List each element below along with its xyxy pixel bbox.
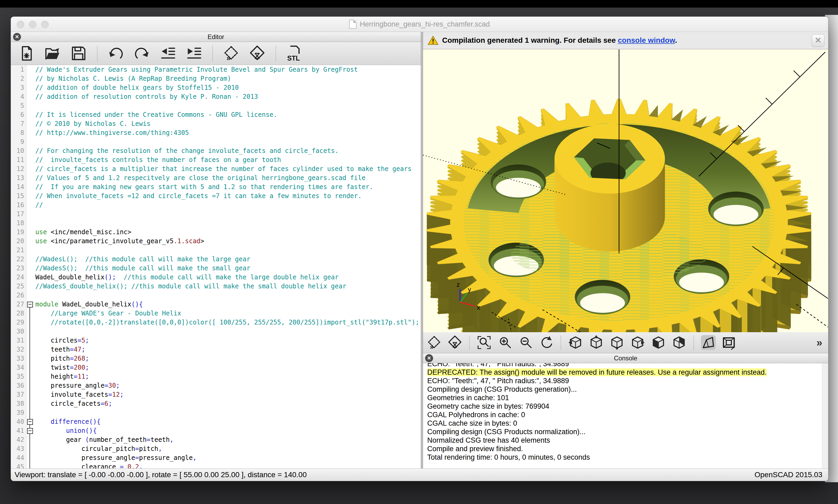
code-line[interactable]: 7// © 2010 by Nicholas C. Lewis [11,119,421,128]
reset-view-button[interactable] [539,335,554,350]
code-editor[interactable]: 1// Wade's Extruder Gears using Parametr… [11,65,421,468]
code-line[interactable]: 26 [11,291,421,300]
3d-viewport[interactable]: zyx [423,49,828,332]
code-line[interactable]: 12// circle_facets is a multiplier that … [11,164,421,174]
line-number: 21 [11,246,24,255]
code-line[interactable]: 25//WadesS_double_helix(); //this module… [11,282,421,291]
code-line[interactable]: 28 //Large WADE's Gear - Double Helix [11,309,421,318]
view-right-button[interactable] [630,335,645,350]
line-number: 15 [11,192,24,200]
export-stl-button[interactable]: STL [286,45,303,61]
console-window-link[interactable]: console window [618,36,675,44]
view-bottom-button[interactable] [610,335,624,350]
view-back-button[interactable] [672,335,686,350]
code-line[interactable]: 37 involute_facets=12; [11,390,421,399]
line-number: 34 [11,363,24,372]
code-line[interactable]: 44 pressure_angle=pressure_angle, [11,453,421,462]
zoom-all-button[interactable] [477,335,491,350]
code-line[interactable]: 43 circular_pitch=pitch, [11,444,421,453]
undo-button[interactable] [108,45,124,61]
code-line[interactable]: 41 union(){ [11,426,421,435]
code-line[interactable]: 13// Values of 5 and 1.2 respecitvely ar… [11,174,421,182]
code-line[interactable]: 24WadeL_double_helix(); //this module ca… [11,273,421,282]
code-fold-marker[interactable] [27,419,33,425]
code-line[interactable]: 11// invoulte_facets controls the number… [11,155,421,164]
warning-close-button[interactable] [812,34,824,47]
code-line[interactable]: 33 pitch=268; [11,354,421,363]
toolbar-separator [469,336,470,349]
code-line[interactable]: 8// http://www.thingiverse.com/thing:430… [11,128,421,137]
render-button[interactable] [448,335,462,350]
view-front-icon [651,335,666,350]
view-front-button[interactable] [651,335,666,350]
window-title: Herringbone_gears_hi-res_chamfer.scad [360,20,490,29]
code-fold-marker[interactable] [27,302,33,307]
code-line[interactable]: 22//WadesL(); //this module call will ma… [11,255,421,264]
code-line[interactable]: 10// For changing the resolution of the … [11,146,421,155]
view-bottom-icon [610,335,624,350]
zoom-all-icon [477,335,491,350]
view-left-button[interactable] [568,335,583,350]
code-line[interactable]: 40 difference(){ [11,417,421,426]
code-line[interactable]: 21 [11,246,421,255]
code-line[interactable]: 39 [11,408,421,417]
orthogonal-button[interactable] [722,335,736,350]
code-line[interactable]: 2// by Nicholas C. Lewis (A RepRap Breed… [11,74,421,83]
zoom-in-button[interactable] [497,335,512,350]
code-line[interactable]: 18 [11,218,421,228]
console-scrollbar[interactable] [822,363,828,468]
code-line[interactable]: 45 clearance = 0.2, [11,462,421,468]
code-line[interactable]: 5 [11,101,421,110]
code-line[interactable]: 36 pressure_angle=30; [11,381,421,390]
view-top-button[interactable] [589,335,604,350]
new-file-icon [18,45,35,61]
line-number: 18 [11,218,24,228]
code-line[interactable]: 35 height=11; [11,372,421,381]
code-line[interactable]: 9 [11,137,421,146]
new-file-button[interactable] [18,45,35,61]
code-fold-line [30,307,30,468]
code-line[interactable]: 1// Wade's Extruder Gears using Parametr… [11,65,421,74]
code-line[interactable]: 38 circle_facets=6; [11,399,421,408]
editor-close-button[interactable] [13,33,21,41]
code-line[interactable]: 16// [11,200,421,210]
gear-3d-render[interactable]: zyx [423,49,828,332]
code-line[interactable]: 34 twist=200; [11,363,421,372]
code-line[interactable]: 23//WadesS(); //this module call will ma… [11,264,421,273]
panel-splitter[interactable] [421,32,423,468]
toolbar-overflow-button[interactable]: » [817,337,822,349]
code-line[interactable]: 14// If you are making new gears start w… [11,182,421,192]
preview-button[interactable]: » [427,335,441,350]
code-fold-marker[interactable] [27,428,33,434]
code-line[interactable]: 27module WadeL_double_helix(){ [11,300,421,309]
line-number: 16 [11,200,24,210]
code-line[interactable]: 19use <inc/mendel_misc.inc> [11,228,421,237]
document-icon [349,20,356,29]
console-line: Normalized CSG tree has 40 elements [427,436,828,445]
code-line[interactable]: 42 gear (number_of_teeth=teeth, [11,435,421,444]
code-line[interactable]: 4// addition of resolution controls by K… [11,92,421,101]
indent-button[interactable] [186,45,202,61]
preview-button[interactable]: » [223,45,239,61]
redo-button[interactable] [134,45,150,61]
zoom-out-button[interactable] [518,335,533,350]
save-button[interactable] [70,45,87,61]
unindent-button[interactable] [160,45,176,61]
perspective-button[interactable] [701,335,716,350]
code-line[interactable]: 32 teeth=47; [11,345,421,354]
view-top-icon [589,335,604,350]
console-log[interactable]: ECHO: "Teeth:", 47, " Pitch radius:", 34… [423,363,828,468]
render-button[interactable] [249,45,265,61]
code-line[interactable]: 15// When involute_facets =12 and circle… [11,192,421,200]
code-line[interactable]: 30 [11,327,421,336]
code-line[interactable]: 20use <inc/parametric_involute_gear_v5.1… [11,237,421,246]
code-line[interactable]: 3// addition of double helix gears by St… [11,83,421,92]
app-version-text: OpenSCAD 2015.03 [754,469,822,481]
window-titlebar[interactable]: Herringbone_gears_hi-res_chamfer.scad [11,17,828,32]
console-close-button[interactable] [425,354,433,362]
open-file-button[interactable] [45,45,61,61]
code-line[interactable]: 29 //rotate([0,0,-2])translate([0,0,0])c… [11,318,421,327]
code-line[interactable]: 6// It is licensed under the Creative Co… [11,110,421,119]
code-line[interactable]: 31 circles=5; [11,336,421,345]
code-line[interactable]: 17 [11,210,421,218]
